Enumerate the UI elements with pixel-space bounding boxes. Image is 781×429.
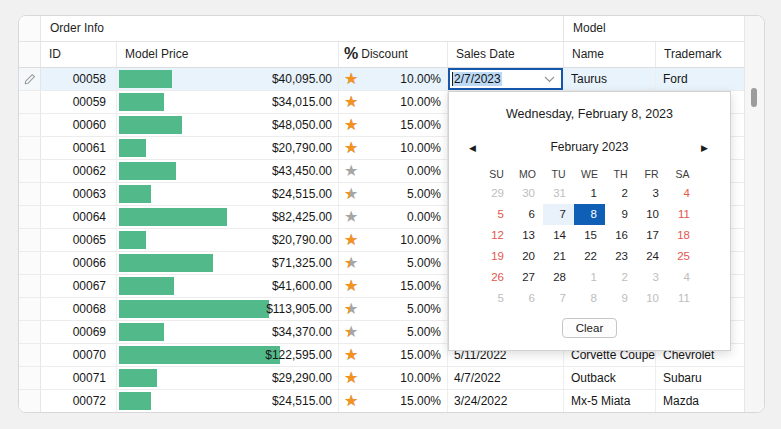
calendar-day[interactable]: 6 <box>512 288 543 309</box>
column-header-name[interactable]: Name <box>564 42 656 67</box>
calendar-day[interactable]: 21 <box>543 246 574 267</box>
calendar-day[interactable]: 2 <box>605 267 636 288</box>
calendar-day[interactable]: 16 <box>605 225 636 246</box>
calendar-day[interactable]: 10 <box>636 288 667 309</box>
cell-discount[interactable]: ★★ 10.00% <box>339 68 448 90</box>
calendar-day[interactable]: 9 <box>605 288 636 309</box>
calendar-day[interactable]: 13 <box>512 225 543 246</box>
cell-trademark[interactable]: Mazda <box>656 390 745 412</box>
cell-discount[interactable]: ★★ 5.00% <box>339 252 448 274</box>
cell-discount[interactable]: ★★ 10.00% <box>339 137 448 159</box>
calendar-day[interactable]: 2 <box>605 183 636 204</box>
cell-discount[interactable]: ★★ 5.00% <box>339 183 448 205</box>
cell-model-price[interactable]: $41,600.00 <box>117 275 339 297</box>
cell-model-price[interactable]: $34,370.00 <box>117 321 339 343</box>
calendar-day[interactable]: 5 <box>481 288 512 309</box>
cell-model-price[interactable]: $34,015.00 <box>117 91 339 113</box>
calendar-day[interactable]: 22 <box>574 246 605 267</box>
column-header-model-price[interactable]: Model Price <box>117 42 339 67</box>
cell-id[interactable]: 00059 <box>41 91 117 113</box>
cell-trademark[interactable]: Ford <box>656 68 745 90</box>
column-header-sales-date[interactable]: Sales Date <box>448 42 564 67</box>
calendar-day[interactable]: 20 <box>512 246 543 267</box>
cell-sales-date[interactable]: 4/7/2022 <box>448 367 564 389</box>
chevron-down-icon[interactable] <box>544 76 555 83</box>
calendar-day[interactable]: 25 <box>667 246 698 267</box>
column-header-discount[interactable]: %Discount <box>339 42 448 67</box>
cell-id[interactable]: 00069 <box>41 321 117 343</box>
calendar-day[interactable]: 11 <box>667 288 698 309</box>
calendar-day[interactable]: 9 <box>605 204 636 225</box>
cell-discount[interactable]: ★★ 10.00% <box>339 91 448 113</box>
calendar-day[interactable]: 1 <box>574 267 605 288</box>
calendar-day[interactable]: 30 <box>512 183 543 204</box>
calendar-day[interactable]: 15 <box>574 225 605 246</box>
cell-id[interactable]: 00058 <box>41 68 117 90</box>
calendar-day[interactable]: 8 <box>574 288 605 309</box>
calendar-day[interactable]: 7 <box>543 204 574 225</box>
calendar-day[interactable]: 11 <box>667 204 698 225</box>
cell-sales-date[interactable]: 2/7/2023 <box>448 68 564 90</box>
calendar-day[interactable]: 7 <box>543 288 574 309</box>
cell-model-price[interactable]: $24,515.00 <box>117 183 339 205</box>
calendar-day[interactable]: 10 <box>636 204 667 225</box>
calendar-day-selected[interactable]: 8 <box>574 204 605 225</box>
cell-model-price[interactable]: $122,595.00 <box>117 344 339 366</box>
cell-discount[interactable]: ★★ 10.00% <box>339 229 448 251</box>
vertical-scrollbar[interactable] <box>744 16 764 412</box>
calendar-day[interactable]: 24 <box>636 246 667 267</box>
calendar-day[interactable]: 23 <box>605 246 636 267</box>
calendar-month-label[interactable]: February 2023 <box>449 140 730 154</box>
cell-discount[interactable]: ★★ 5.00% <box>339 298 448 320</box>
cell-id[interactable]: 00068 <box>41 298 117 320</box>
cell-discount[interactable]: ★★ 15.00% <box>339 344 448 366</box>
cell-name[interactable]: Mx-5 Miata <box>564 390 656 412</box>
calendar-day[interactable]: 19 <box>481 246 512 267</box>
cell-id[interactable]: 00072 <box>41 390 117 412</box>
cell-discount[interactable]: ★★ 0.00% <box>339 160 448 182</box>
cell-discount[interactable]: ★★ 15.00% <box>339 390 448 412</box>
calendar-day[interactable]: 3 <box>636 267 667 288</box>
cell-discount[interactable]: ★★ 15.00% <box>339 275 448 297</box>
cell-model-price[interactable]: $20,790.00 <box>117 137 339 159</box>
calendar-day[interactable]: 17 <box>636 225 667 246</box>
cell-trademark[interactable]: Subaru <box>656 367 745 389</box>
cell-model-price[interactable]: $43,450.00 <box>117 160 339 182</box>
calendar-day[interactable]: 3 <box>636 183 667 204</box>
cell-name[interactable]: Taurus <box>564 68 656 90</box>
calendar-day[interactable]: 29 <box>481 183 512 204</box>
calendar-day[interactable]: 31 <box>543 183 574 204</box>
date-editor[interactable]: 2/7/2023 <box>448 68 563 90</box>
vertical-scrollbar-thumb[interactable] <box>751 88 757 107</box>
cell-model-price[interactable]: $48,050.00 <box>117 114 339 136</box>
cell-id[interactable]: 00071 <box>41 367 117 389</box>
calendar-day[interactable]: 1 <box>574 183 605 204</box>
calendar-clear-button[interactable]: Clear <box>562 318 617 338</box>
column-header-id[interactable]: ID <box>41 42 117 67</box>
calendar-day[interactable]: 12 <box>481 225 512 246</box>
calendar-day[interactable]: 4 <box>667 267 698 288</box>
cell-discount[interactable]: ★★ 15.00% <box>339 114 448 136</box>
cell-id[interactable]: 00060 <box>41 114 117 136</box>
cell-model-price[interactable]: $113,905.00 <box>117 298 339 320</box>
calendar-next-month-icon[interactable]: ▶ <box>701 141 708 155</box>
calendar-day[interactable]: 5 <box>481 204 512 225</box>
cell-model-price[interactable]: $29,290.00 <box>117 367 339 389</box>
cell-discount[interactable]: ★★ 5.00% <box>339 321 448 343</box>
column-header-trademark[interactable]: Trademark <box>656 42 745 67</box>
cell-sales-date[interactable]: 3/24/2022 <box>448 390 564 412</box>
cell-id[interactable]: 00066 <box>41 252 117 274</box>
calendar-day[interactable]: 28 <box>543 267 574 288</box>
calendar-day[interactable]: 4 <box>667 183 698 204</box>
cell-id[interactable]: 00064 <box>41 206 117 228</box>
cell-model-price[interactable]: $82,425.00 <box>117 206 339 228</box>
cell-id[interactable]: 00065 <box>41 229 117 251</box>
cell-id[interactable]: 00061 <box>41 137 117 159</box>
cell-id[interactable]: 00067 <box>41 275 117 297</box>
calendar-day[interactable]: 27 <box>512 267 543 288</box>
calendar-day[interactable]: 18 <box>667 225 698 246</box>
calendar-day[interactable]: 6 <box>512 204 543 225</box>
cell-id[interactable]: 00070 <box>41 344 117 366</box>
cell-discount[interactable]: ★★ 0.00% <box>339 206 448 228</box>
cell-model-price[interactable]: $40,095.00 <box>117 68 339 90</box>
